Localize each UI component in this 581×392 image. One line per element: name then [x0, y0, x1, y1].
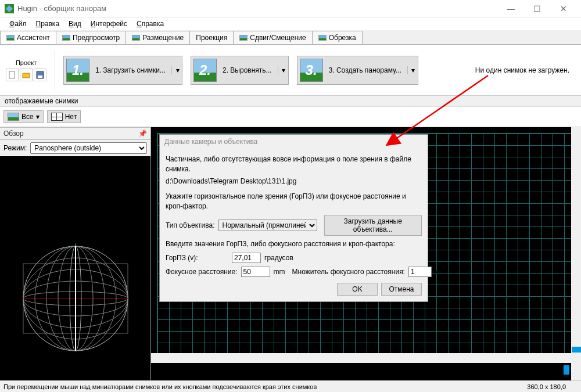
- grid-icon: [51, 113, 63, 121]
- lens-type-label: Тип объектива:: [166, 221, 215, 229]
- mode-label: Режим:: [3, 144, 27, 152]
- assistant-toolbar: Проект 1. 1. Загрузить снимки... ▾ 2. 2.…: [0, 45, 581, 96]
- chevron-down-icon[interactable]: ▾: [407, 66, 415, 74]
- align-button[interactable]: 2. 2. Выровнять... ▾: [191, 56, 289, 85]
- slider-handle-h[interactable]: [564, 365, 569, 375]
- crop-factor-label: Множитель фокусного расстояния:: [292, 268, 405, 276]
- tab-projection[interactable]: Проекция: [189, 31, 234, 44]
- mode-select[interactable]: Panosphere (outside): [30, 142, 147, 154]
- hfov-input[interactable]: [232, 253, 261, 263]
- panorama-icon: [132, 35, 140, 41]
- separator: [55, 50, 55, 91]
- statusbar-hint: При перемещении мыши над миниатюрами сни…: [3, 383, 317, 390]
- statusbar: При перемещении мыши над миниатюрами сни…: [0, 380, 581, 392]
- cancel-button[interactable]: Отмена: [381, 283, 422, 296]
- hfov-label: ГорПЗ (v):: [166, 254, 228, 262]
- dialog-instruction: Укажите горизонтальное поле зрения (ГорП…: [166, 192, 422, 211]
- panorama-icon: [239, 35, 248, 41]
- hfov-unit: градусов: [264, 254, 293, 262]
- slider-handle-v[interactable]: [572, 347, 581, 353]
- horizontal-scrollbar[interactable]: [151, 353, 571, 363]
- project-label: Проект: [16, 59, 37, 66]
- displayed-images-label: отображаемые снимки: [0, 96, 581, 107]
- minimize-button[interactable]: —: [498, 0, 524, 17]
- chevron-down-icon[interactable]: ▾: [171, 66, 180, 74]
- toolbar-tabs: Ассистент Предпросмотр Размещение Проекц…: [0, 30, 581, 45]
- crop-factor-input[interactable]: [408, 267, 432, 277]
- chevron-down-icon[interactable]: ▾: [278, 66, 286, 74]
- window-controls: — ☐ ✕: [498, 0, 576, 17]
- dialog-instruction-2: Введите значение ГорПЗ, либо фокусного р…: [166, 239, 422, 249]
- open-project-button[interactable]: [20, 69, 33, 81]
- new-project-button[interactable]: [6, 69, 19, 81]
- statusbar-dimensions: 360,0 x 180,0: [527, 383, 578, 390]
- project-group: Проект: [6, 59, 46, 81]
- document-icon: [8, 71, 16, 79]
- folder-icon: [22, 71, 30, 79]
- tab-crop[interactable]: Обрезка: [312, 31, 363, 44]
- lens-type-select[interactable]: Нормальный (прямолинейный): [218, 220, 317, 231]
- load-lens-data-button[interactable]: Загрузить данные объектива...: [324, 215, 422, 236]
- dialog-filepath: d:\Downloads\Telegram Desktop\131\1.jpg: [166, 177, 422, 186]
- mode-row: Режим: Panosphere (outside): [0, 140, 150, 156]
- menu-edit[interactable]: Правка: [31, 19, 64, 29]
- focal-length-label: Фокусное расстояние:: [166, 268, 238, 276]
- menubar: Файл Правка Вид Интерфейс Справка: [0, 17, 581, 30]
- app-icon: [5, 4, 14, 13]
- create-panorama-button[interactable]: 3. 3. Создать панораму... ▾: [297, 56, 418, 85]
- menu-help[interactable]: Справка: [132, 19, 168, 29]
- tab-move[interactable]: Сдвиг/Смещение: [233, 31, 312, 44]
- focal-length-input[interactable]: [241, 267, 270, 277]
- show-none-button[interactable]: Нет: [47, 110, 81, 123]
- ok-button[interactable]: OK: [337, 283, 378, 296]
- tab-layout[interactable]: Размещение: [125, 31, 190, 44]
- step-3-icon: 3.: [300, 59, 323, 82]
- menu-view[interactable]: Вид: [64, 19, 86, 29]
- svg-rect-3: [38, 75, 42, 78]
- step-1-icon: 1.: [66, 59, 89, 82]
- dialog-title: Данные камеры и объектива: [160, 135, 428, 149]
- panorama-icon: [62, 35, 70, 41]
- save-icon: [36, 71, 44, 79]
- panorama-icon: [318, 35, 327, 41]
- show-all-button[interactable]: Все ▾: [3, 110, 44, 123]
- menu-interface[interactable]: Интерфейс: [86, 19, 132, 29]
- focal-unit: mm: [274, 268, 285, 276]
- load-status: Ни один снимок не загружен.: [475, 66, 575, 74]
- load-images-button[interactable]: 1. 1. Загрузить снимки... ▾: [63, 56, 182, 85]
- close-button[interactable]: ✕: [550, 0, 576, 17]
- thumbnail-icon: [8, 113, 19, 121]
- tab-assistant[interactable]: Ассистент: [0, 31, 56, 44]
- titlebar: Hugin - сборщик панорам — ☐ ✕: [0, 0, 581, 17]
- step-2-icon: 2.: [193, 59, 217, 82]
- overview-header: Обзор 📌: [0, 127, 150, 140]
- maximize-button[interactable]: ☐: [524, 0, 550, 17]
- svg-rect-1: [9, 71, 15, 78]
- save-project-button[interactable]: [34, 69, 46, 81]
- overview-panel: Обзор 📌 Режим: Panosphere (outside): [0, 127, 151, 389]
- overview-canvas[interactable]: [0, 156, 150, 389]
- window-title: Hugin - сборщик панорам: [17, 4, 106, 13]
- pin-icon[interactable]: 📌: [138, 130, 147, 138]
- menu-file[interactable]: Файл: [5, 19, 31, 29]
- panosphere-preview: [20, 243, 131, 354]
- crop-unit: x: [435, 268, 439, 276]
- dialog-message: Частичная, либо отсутствующая вовсе инфо…: [166, 154, 422, 174]
- panorama-icon: [6, 35, 15, 41]
- lens-data-dialog: Данные камеры и объектива Частичная, либ…: [159, 134, 428, 302]
- tab-preview[interactable]: Предпросмотр: [56, 31, 126, 44]
- displayed-images-row: Все ▾ Нет: [0, 107, 581, 127]
- chevron-down-icon: ▾: [36, 113, 40, 121]
